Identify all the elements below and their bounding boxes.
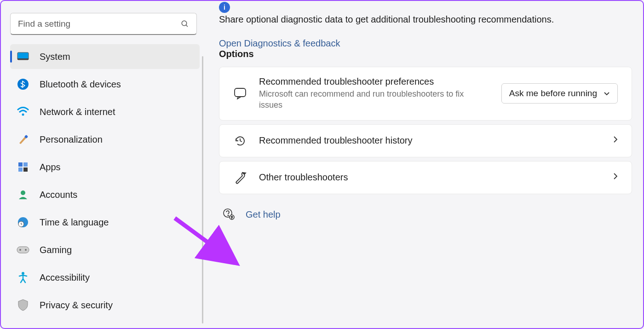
sidebar-item-apps[interactable]: Apps — [10, 155, 200, 179]
sidebar-item-privacy[interactable]: Privacy & security — [10, 293, 200, 317]
svg-text:?: ? — [231, 216, 233, 219]
nav-label: Accessibility — [40, 272, 90, 283]
svg-rect-14 — [17, 247, 29, 253]
apps-icon — [17, 161, 29, 173]
dropdown-value: Ask me before running — [509, 88, 597, 98]
sidebar-item-bluetooth[interactable]: Bluetooth & devices — [10, 72, 200, 97]
help-row: ? Get help — [219, 198, 632, 222]
chat-icon — [233, 87, 247, 100]
svg-point-16 — [25, 249, 27, 251]
search-box[interactable] — [10, 13, 197, 35]
shield-icon — [17, 299, 29, 312]
option-other-troubleshooters[interactable]: Other troubleshooters — [219, 161, 632, 194]
wrench-icon — [233, 171, 247, 185]
svg-rect-10 — [23, 167, 28, 172]
svg-point-5 — [22, 114, 24, 116]
diagnostic-info-text: Share optional diagnostic data to get ad… — [219, 13, 632, 26]
svg-point-0 — [182, 21, 187, 26]
preferences-dropdown[interactable]: Ask me before running — [501, 83, 618, 104]
svg-rect-3 — [17, 58, 29, 60]
nav-label: Apps — [40, 162, 61, 173]
nav-label: Privacy & security — [40, 300, 113, 311]
search-icon — [181, 20, 189, 28]
option-title: Other troubleshooters — [259, 172, 601, 183]
nav-label: Network & internet — [40, 107, 115, 117]
nav-label: Gaming — [40, 245, 72, 255]
svg-line-1 — [186, 25, 188, 27]
nav-label: Time & language — [40, 217, 109, 228]
clock-globe-icon — [17, 216, 29, 229]
option-title: Recommended troubleshooter history — [259, 135, 601, 146]
open-diagnostics-link[interactable]: Open Diagnostics & feedback — [219, 38, 632, 49]
sidebar-item-time-language[interactable]: Time & language — [10, 210, 200, 235]
chevron-right-icon — [613, 173, 618, 182]
sidebar-item-accounts[interactable]: Accounts — [10, 182, 200, 207]
chevron-right-icon — [613, 136, 618, 145]
option-troubleshooter-preferences[interactable]: Recommended troubleshooter preferences M… — [219, 67, 632, 121]
nav-list: System Bluetooth & devices Network & int… — [10, 44, 200, 317]
svg-point-17 — [22, 272, 24, 275]
nav-label: Bluetooth & devices — [40, 79, 121, 90]
diagnostic-info-card: i Share optional diagnostic data to get … — [219, 2, 632, 49]
gaming-icon — [17, 243, 29, 256]
display-icon — [17, 50, 29, 63]
sidebar: System Bluetooth & devices Network & int… — [1, 1, 203, 328]
svg-rect-7 — [18, 162, 23, 167]
info-icon: i — [219, 2, 230, 13]
option-troubleshooter-history[interactable]: Recommended troubleshooter history — [219, 124, 632, 157]
nav-label: Accounts — [40, 190, 77, 200]
sidebar-item-network[interactable]: Network & internet — [10, 99, 200, 124]
history-icon — [233, 134, 247, 148]
accessibility-icon — [17, 271, 29, 284]
option-title: Recommended troubleshooter preferences — [259, 76, 489, 87]
svg-rect-9 — [18, 167, 23, 172]
chevron-down-icon — [604, 88, 610, 98]
account-icon — [17, 188, 29, 201]
sidebar-item-accessibility[interactable]: Accessibility — [10, 265, 200, 290]
wifi-icon — [17, 105, 29, 118]
sidebar-item-personalization[interactable]: Personalization — [10, 127, 200, 152]
brush-icon — [17, 133, 29, 146]
svg-rect-8 — [23, 162, 28, 167]
help-icon: ? — [223, 208, 235, 222]
option-desc: Microsoft can recommend and run troubles… — [259, 88, 489, 111]
main-content: i Share optional diagnostic data to get … — [203, 1, 643, 328]
svg-rect-18 — [235, 88, 246, 97]
svg-point-20 — [228, 215, 229, 216]
nav-label: System — [40, 52, 70, 62]
options-section-title: Options — [219, 49, 632, 59]
get-help-link[interactable]: Get help — [246, 209, 281, 220]
nav-label: Personalization — [40, 134, 103, 145]
svg-point-15 — [19, 249, 21, 251]
sidebar-item-gaming[interactable]: Gaming — [10, 237, 200, 262]
sidebar-item-system[interactable]: System — [10, 44, 200, 69]
bluetooth-icon — [17, 78, 29, 91]
svg-point-11 — [21, 190, 25, 195]
scrollbar[interactable] — [202, 56, 203, 323]
search-input[interactable] — [18, 19, 181, 29]
